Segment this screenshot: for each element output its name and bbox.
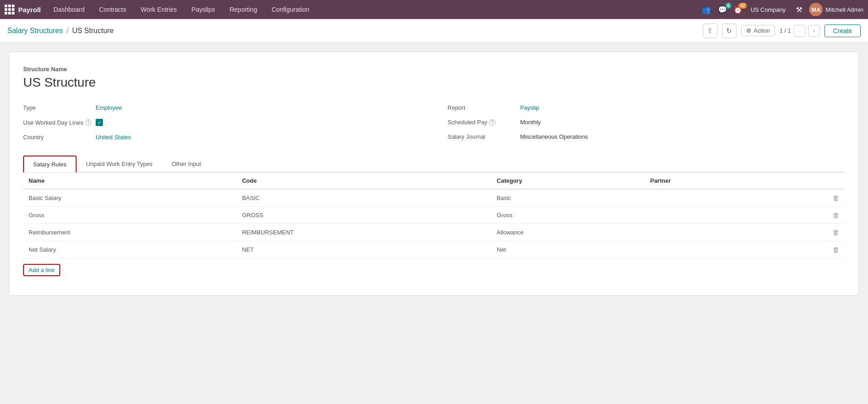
report-value[interactable]: Payslip <box>520 104 539 111</box>
delete-icon[interactable]: 🗑 <box>778 194 839 202</box>
cell-code: REIMBURSEMENT <box>237 224 491 241</box>
form-row-report: Report Payslip <box>448 101 845 115</box>
action-label: Action <box>754 27 770 34</box>
breadcrumb-current: US Structure <box>72 27 114 35</box>
tab-unpaid-work-entry[interactable]: Unpaid Work Entry Types <box>77 156 162 172</box>
grid-icon <box>5 5 15 15</box>
app-name: Payroll <box>18 6 41 14</box>
form-row-country: Country United States <box>23 130 421 145</box>
cell-name: Net Salary <box>23 241 237 258</box>
upload-icon[interactable]: ⇧ <box>703 24 718 38</box>
gear-icon: ⚙ <box>746 27 752 34</box>
activity-badge: 42 <box>738 3 747 9</box>
pager-next[interactable]: › <box>808 25 820 37</box>
form-row-type: Type Employee <box>23 101 421 115</box>
table-row: Net Salary NET Net 🗑 <box>23 241 845 258</box>
pager-info: 1 / 1 <box>780 27 791 34</box>
refresh-icon[interactable]: ↻ <box>722 24 737 38</box>
salary-journal-label: Salary Journal <box>448 133 520 140</box>
breadcrumb-separator: / <box>67 27 68 35</box>
create-button[interactable]: Create <box>824 24 861 37</box>
settings-icon[interactable]: ⚒ <box>792 2 806 17</box>
col-partner: Partner <box>645 173 773 190</box>
salary-journal-value: Miscellaneous Operations <box>520 133 588 140</box>
cell-partner <box>645 241 773 258</box>
avatar[interactable]: MA <box>809 3 823 16</box>
cell-partner <box>645 207 773 224</box>
user-name[interactable]: Mitchell Admin <box>825 6 863 13</box>
pager: 1 / 1 ‹ › <box>780 25 820 37</box>
app-brand[interactable]: Payroll <box>5 5 41 15</box>
type-value[interactable]: Employee <box>96 104 122 111</box>
navbar: Payroll Dashboard Contracts Work Entries… <box>0 0 868 19</box>
breadcrumb-bar: Salary Structures / US Structure ⇧ ↻ ⚙ A… <box>0 19 868 43</box>
structure-name-label: Structure Name <box>23 66 845 73</box>
form-card: Structure Name US Structure Type Employe… <box>9 52 859 296</box>
country-value[interactable]: United States <box>96 134 131 141</box>
table-row: Gross GROSS Gross 🗑 <box>23 207 845 224</box>
chat-badge: 6 <box>725 3 732 9</box>
nav-configuration[interactable]: Configuration <box>265 0 315 19</box>
structure-name-title: US Structure <box>23 75 845 90</box>
cell-code: GROSS <box>237 207 491 224</box>
form-row-scheduled-pay: Scheduled Pay ? Monthly <box>448 115 845 130</box>
navbar-right: 👥 💬 6 ⏰ 42 US Company ⚒ MA Mitchell Admi… <box>699 2 863 17</box>
country-label: Country <box>23 134 96 141</box>
salary-rules-table: Name Code Category Partner Basic Salary … <box>23 172 845 258</box>
col-category: Category <box>491 173 645 190</box>
scheduled-pay-value: Monthly <box>520 119 541 126</box>
pager-prev[interactable]: ‹ <box>794 25 805 37</box>
cell-category: Allowance <box>491 224 645 241</box>
tab-other-input[interactable]: Other Input <box>162 156 211 172</box>
type-label: Type <box>23 104 96 111</box>
add-line-button[interactable]: Add a line <box>23 264 60 276</box>
cell-category: Net <box>491 241 645 258</box>
worked-day-help-icon: ? <box>85 119 92 126</box>
activity-btn[interactable]: ⏰ 42 <box>732 5 744 15</box>
form-grid: Type Employee Use Worked Day Lines ? ✓ C… <box>23 101 845 145</box>
delete-icon[interactable]: 🗑 <box>778 211 839 219</box>
table-row: Reimbursement REIMBURSEMENT Allowance 🗑 <box>23 224 845 241</box>
cell-name: Reimbursement <box>23 224 237 241</box>
cell-code: NET <box>237 241 491 258</box>
form-row-worked-day: Use Worked Day Lines ? ✓ <box>23 115 421 130</box>
tabs-bar: Salary Rules Unpaid Work Entry Types Oth… <box>23 156 845 172</box>
chat-btn[interactable]: 💬 6 <box>716 5 729 15</box>
nav-reporting[interactable]: Reporting <box>223 0 263 19</box>
nav-work-entries[interactable]: Work Entries <box>134 0 183 19</box>
report-label: Report <box>448 104 520 111</box>
cell-category: Basic <box>491 189 645 207</box>
cell-partner <box>645 224 773 241</box>
nav-contracts[interactable]: Contracts <box>93 0 133 19</box>
col-name: Name <box>23 173 237 190</box>
scheduled-pay-help-icon: ? <box>489 119 495 126</box>
col-code: Code <box>237 173 491 190</box>
cell-name: Gross <box>23 207 237 224</box>
breadcrumb-actions: ⇧ ↻ ⚙ Action 1 / 1 ‹ › Create <box>703 24 861 38</box>
worked-day-label: Use Worked Day Lines ? <box>23 119 96 126</box>
delete-icon[interactable]: 🗑 <box>778 229 839 236</box>
cell-category: Gross <box>491 207 645 224</box>
nav-payslips[interactable]: Payslips <box>185 0 221 19</box>
cell-name: Basic Salary <box>23 189 237 207</box>
worked-day-checkbox[interactable]: ✓ <box>96 119 103 126</box>
form-row-salary-journal: Salary Journal Miscellaneous Operations <box>448 130 845 144</box>
nav-dashboard[interactable]: Dashboard <box>47 0 91 19</box>
cell-code: BASIC <box>237 189 491 207</box>
delete-icon[interactable]: 🗑 <box>778 246 839 253</box>
table-row: Basic Salary BASIC Basic 🗑 <box>23 189 845 207</box>
action-btn[interactable]: ⚙ Action <box>741 25 775 36</box>
company-name[interactable]: US Company <box>747 6 789 13</box>
support-icon[interactable]: 👥 <box>699 2 713 17</box>
scheduled-pay-label: Scheduled Pay ? <box>448 119 520 126</box>
tab-salary-rules[interactable]: Salary Rules <box>23 156 77 172</box>
breadcrumb-parent[interactable]: Salary Structures <box>7 27 63 35</box>
cell-partner <box>645 189 773 207</box>
main-content: Structure Name US Structure Type Employe… <box>0 43 868 404</box>
